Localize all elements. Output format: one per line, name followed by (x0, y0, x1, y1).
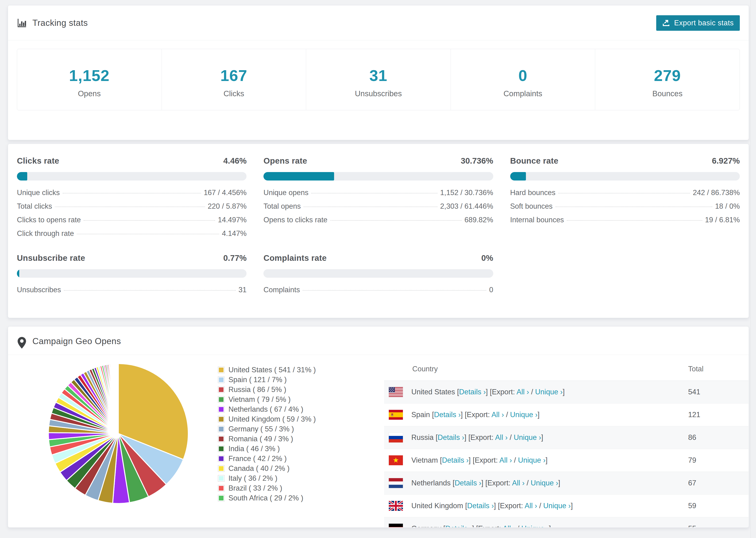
export-icon (662, 20, 670, 27)
rate-progress-bar (17, 172, 246, 181)
details-link[interactable]: Details › (434, 410, 461, 419)
rate-detail-row: Click through rate4.147% (17, 229, 246, 243)
legend-item: Canada ( 40 / 2% ) (218, 463, 316, 473)
details-link[interactable]: Details › (442, 456, 469, 464)
stat-unsubscribes: 31 Unsubscribes (306, 49, 451, 110)
details-link[interactable]: Details › (467, 502, 494, 510)
legend-item: Romania ( 49 / 3% ) (218, 434, 316, 444)
export-all-link[interactable]: All › (495, 433, 508, 442)
rate-progress-fill (510, 172, 526, 181)
tracking-stats-header: Tracking stats Export basic stats (8, 5, 749, 40)
stat-clicks: 167 Clicks (162, 49, 306, 110)
details-link[interactable]: Details › (438, 433, 464, 442)
rate-panel-complaints-rate: Complaints rate0%Complaints0 (263, 253, 493, 299)
rate-detail-row: Hard bounces242 / 86.738% (510, 188, 740, 202)
legend-swatch (218, 456, 224, 462)
rate-detail-row: Internal bounces19 / 6.81% (510, 216, 740, 229)
flag-gb-icon (389, 501, 403, 511)
export-unique-link[interactable]: Unique › (543, 502, 571, 510)
rate-panel-title: Clicks rate (17, 156, 59, 166)
export-unique-link[interactable]: Unique › (535, 388, 563, 396)
rate-detail-label: Total clicks (17, 202, 52, 211)
rate-detail-label: Opens to clicks rate (263, 216, 327, 224)
stat-unsubscribes-value: 31 (306, 67, 451, 84)
rate-detail-label: Unique opens (263, 188, 308, 197)
rate-panel-unsubscribe-rate: Unsubscribe rate0.77%Unsubscribes31 (17, 253, 246, 299)
country-name: Spain (411, 410, 430, 419)
legend-label: France ( 42 / 2% ) (229, 455, 287, 463)
rate-detail-label: Clicks to opens rate (17, 216, 81, 224)
export-all-link[interactable]: All › (524, 502, 537, 510)
legend-item: United Kingdom ( 59 / 3% ) (218, 414, 316, 424)
rate-panel-title: Complaints rate (263, 253, 327, 263)
export-unique-link[interactable]: Unique › (510, 410, 537, 419)
export-all-link[interactable]: All › (491, 410, 504, 419)
geo-pie-chart (43, 358, 193, 509)
export-all-link[interactable]: All › (503, 524, 515, 527)
dotted-leader (64, 290, 236, 291)
legend-item: Netherlands ( 67 / 4% ) (218, 404, 316, 414)
rate-detail-value: 1,152 / 30.736% (440, 188, 493, 197)
geo-table-row: United Kingdom [Details ›] [Export: All … (384, 495, 748, 517)
stat-clicks-label: Clicks (162, 89, 306, 98)
legend-swatch (218, 446, 224, 452)
geo-table-row: United States [Details ›] [Export: All ›… (384, 381, 748, 404)
export-all-link[interactable]: All › (512, 479, 524, 487)
details-link[interactable]: Details › (445, 524, 472, 527)
dotted-leader (55, 207, 205, 207)
legend-item: France ( 42 / 2% ) (218, 454, 316, 463)
legend-label: United Kingdom ( 59 / 3% ) (229, 415, 316, 423)
country-name: Netherlands (411, 479, 451, 487)
dotted-leader (77, 234, 219, 234)
page-title: Tracking stats (32, 18, 88, 28)
rates-card: Clicks rate4.46%Unique clicks167 / 4.456… (8, 144, 749, 318)
rate-panel-opens-rate: Opens rate30.736%Unique opens1,152 / 30.… (263, 156, 493, 243)
rate-detail-label: Unsubscribes (17, 286, 61, 294)
rate-detail-value: 31 (239, 286, 246, 294)
export-unique-link[interactable]: Unique › (518, 456, 545, 464)
flag-us-icon (389, 387, 403, 397)
rate-progress-fill (17, 172, 27, 181)
rate-detail-row: Unique clicks167 / 4.456% (17, 188, 246, 202)
rate-detail-value: 18 / 0% (715, 202, 740, 211)
rate-detail-value: 167 / 4.456% (204, 188, 247, 197)
legend-item: Spain ( 121 / 7% ) (218, 375, 316, 385)
legend-swatch (218, 495, 224, 501)
stat-opens-label: Opens (17, 89, 162, 98)
rate-detail-value: 220 / 5.87% (208, 202, 246, 211)
stat-bounces: 279 Bounces (595, 49, 739, 110)
legend-label: Netherlands ( 67 / 4% ) (229, 405, 303, 413)
export-basic-stats-button[interactable]: Export basic stats (656, 15, 740, 31)
legend-label: Brazil ( 33 / 2% ) (229, 484, 282, 493)
rates-grid: Clicks rate4.46%Unique clicks167 / 4.456… (17, 156, 740, 299)
legend-item: South Africa ( 29 / 2% ) (218, 493, 316, 503)
country-total: 121 (688, 410, 700, 419)
flag-es-icon (389, 410, 403, 420)
export-unique-link[interactable]: Unique › (514, 433, 541, 442)
export-all-link[interactable]: All › (499, 456, 512, 464)
rate-progress-bar (510, 172, 740, 181)
legend-label: Romania ( 49 / 3% ) (229, 435, 293, 443)
export-all-link[interactable]: All › (516, 388, 529, 396)
details-link[interactable]: Details › (459, 388, 486, 396)
geo-table-row: Russia [Details ›] [Export: All › / Uniq… (384, 426, 748, 449)
rate-detail-row: Complaints0 (263, 286, 493, 299)
details-link[interactable]: Details › (455, 479, 481, 487)
pie-slice[interactable] (118, 364, 118, 434)
geo-table-row: Spain [Details ›] [Export: All › / Uniqu… (384, 404, 748, 426)
rate-detail-row: Opens to clicks rate689.82% (263, 216, 493, 229)
legend-label: Germany ( 55 / 3% ) (229, 425, 294, 433)
total-column-header: Total (688, 365, 703, 373)
legend-label: South Africa ( 29 / 2% ) (229, 494, 303, 502)
export-unique-link[interactable]: Unique › (531, 479, 558, 487)
rate-detail-value: 4.147% (222, 229, 246, 238)
flag-ru-icon (389, 433, 403, 443)
rate-panel-title: Opens rate (263, 156, 307, 166)
page-scrollbar-gutter[interactable] (750, 0, 756, 538)
geo-title: Campaign Geo Opens (32, 336, 121, 346)
legend-label: Italy ( 36 / 2% ) (229, 474, 277, 483)
legend-swatch (218, 436, 224, 442)
export-unique-link[interactable]: Unique › (521, 524, 549, 527)
rate-progress-bar (263, 269, 493, 278)
bar-chart-icon (17, 18, 27, 28)
